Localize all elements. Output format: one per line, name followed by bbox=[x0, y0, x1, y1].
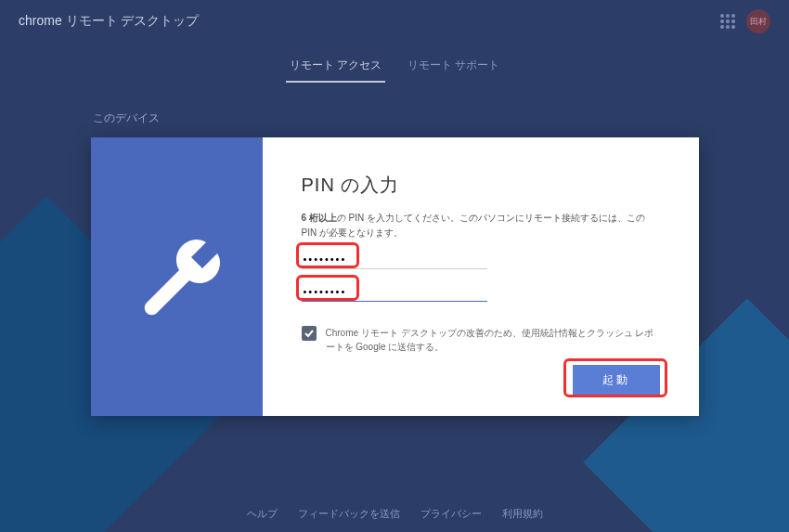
pin-input-1[interactable] bbox=[302, 250, 487, 269]
check-icon bbox=[304, 328, 315, 339]
section-this-device: このデバイス bbox=[0, 83, 789, 137]
checkbox-row: Chrome リモート デスクトップの改善のため、使用統計情報とクラッシュ レポ… bbox=[302, 326, 660, 354]
tab-remote-support[interactable]: リモート サポート bbox=[404, 50, 503, 83]
avatar[interactable]: 田村 bbox=[746, 9, 770, 33]
app-title: chrome リモート デスクトップ bbox=[19, 13, 199, 30]
pin-setup-card: PIN の入力 6 桁以上の PIN を入力してください。このパソコンにリモート… bbox=[91, 137, 699, 416]
checkbox-label: Chrome リモート デスクトップの改善のため、使用統計情報とクラッシュ レポ… bbox=[326, 326, 660, 354]
stats-checkbox[interactable] bbox=[302, 326, 317, 341]
footer-terms[interactable]: 利用規約 bbox=[502, 507, 543, 521]
header-left: chrome リモート デスクトップ bbox=[19, 13, 199, 30]
wrench-icon bbox=[130, 230, 223, 323]
desc-rest: の PIN を入力してください。このパソコンにリモート接続するには、この PIN… bbox=[302, 213, 646, 238]
tab-remote-access[interactable]: リモート アクセス bbox=[286, 50, 385, 83]
footer: ヘルプ フィードバックを送信 プライバシー 利用規約 bbox=[0, 507, 789, 521]
pin-field-1-wrap bbox=[302, 250, 660, 269]
tabs: リモート アクセス リモート サポート bbox=[0, 43, 789, 83]
app-title-prefix: chrome bbox=[19, 13, 62, 28]
pin-field-2-wrap bbox=[302, 282, 660, 302]
pin-input-2[interactable] bbox=[302, 282, 487, 302]
header: chrome リモート デスクトップ 田村 bbox=[0, 0, 789, 43]
dialog-title: PIN の入力 bbox=[302, 173, 660, 198]
app-title-suffix: リモート デスクトップ bbox=[62, 13, 200, 28]
footer-help[interactable]: ヘルプ bbox=[247, 507, 278, 521]
footer-feedback[interactable]: フィードバックを送信 bbox=[298, 507, 400, 521]
apps-launcher-icon[interactable] bbox=[720, 14, 735, 29]
dialog-description: 6 桁以上の PIN を入力してください。このパソコンにリモート接続するには、こ… bbox=[302, 211, 660, 240]
button-row: 起動 bbox=[302, 365, 660, 396]
start-button[interactable]: 起動 bbox=[573, 365, 660, 396]
card-content: PIN の入力 6 桁以上の PIN を入力してください。このパソコンにリモート… bbox=[263, 137, 699, 416]
card-icon-panel bbox=[91, 137, 263, 416]
header-right: 田村 bbox=[720, 9, 770, 33]
desc-bold: 6 桁以上 bbox=[302, 213, 337, 223]
footer-privacy[interactable]: プライバシー bbox=[420, 507, 482, 521]
